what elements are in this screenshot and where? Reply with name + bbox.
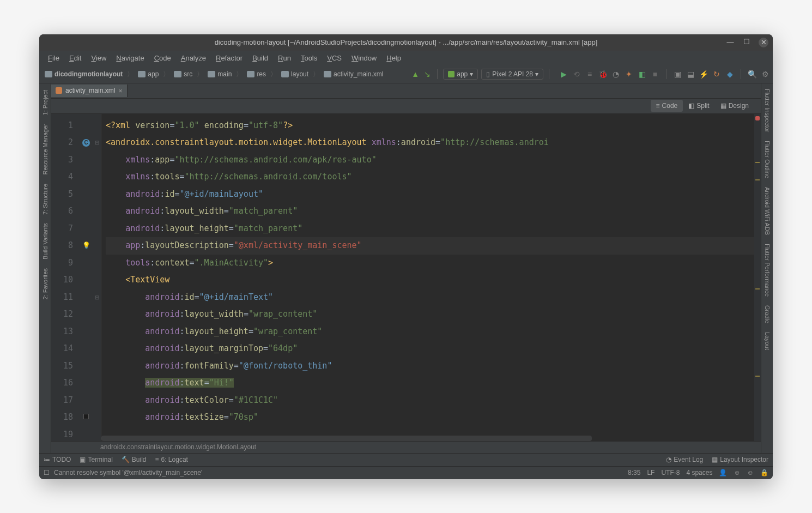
folder-icon	[45, 71, 52, 77]
menu-navigate[interactable]: Navigate	[112, 52, 148, 64]
menu-run[interactable]: Run	[274, 52, 295, 64]
tab-icon: 🔨	[122, 456, 130, 463]
cursor-position[interactable]: 8:35	[628, 469, 640, 476]
avd-manager-icon[interactable]: ▣	[673, 70, 682, 79]
tab-icon: ▣	[80, 456, 86, 463]
search-icon[interactable]: 🔍	[748, 70, 756, 79]
tool-build-variants[interactable]: Build Variants	[42, 223, 49, 259]
apply-changes-icon[interactable]: ⟲	[572, 70, 581, 79]
menu-vcs[interactable]: VCS	[323, 52, 346, 64]
editor-tab-activity-main[interactable]: activity_main.xml ×	[51, 85, 128, 97]
design-view-button[interactable]: ▦Design	[715, 100, 754, 112]
tool-layout[interactable]: Layout	[764, 332, 771, 350]
breadcrumb-app[interactable]: app	[136, 69, 161, 79]
reload-icon[interactable]: ↻	[712, 70, 721, 79]
run-button[interactable]: ▶	[559, 70, 568, 79]
code-text[interactable]: <?xml version="1.0" encoding="utf-8"?><a…	[101, 114, 754, 441]
devtools-icon[interactable]: ◆	[725, 70, 734, 79]
breadcrumb-activity-main-xml[interactable]: activity_main.xml	[322, 69, 385, 79]
warning-mark-icon[interactable]	[755, 179, 760, 180]
bottom-tab-build[interactable]: 🔨 Build	[122, 456, 147, 463]
chevron-right-icon: 〉	[163, 70, 169, 79]
menu-help[interactable]: Help	[382, 52, 405, 64]
tool-2--favorites[interactable]: 2: Favorites	[42, 268, 49, 299]
breadcrumb-main[interactable]: main	[205, 69, 234, 79]
bottom-tab-terminal[interactable]: ▣ Terminal	[80, 456, 112, 463]
breadcrumb-layout[interactable]: layout	[279, 69, 311, 79]
xml-file-icon	[56, 87, 62, 94]
bottom-tab-event-log[interactable]: ◔ Event Log	[666, 456, 703, 463]
menu-view[interactable]: View	[87, 52, 111, 64]
titlebar: dicoding-motion-layout [~/AndroidStudioP…	[39, 34, 773, 51]
run-config-selector[interactable]: app ▾	[443, 69, 478, 80]
run-configuration-area: ▲ ↘ app ▾ ▯ Pixel 2 API 28 ▾ ▶ ⟲ ≡ 🐞 ◔ ✦	[411, 69, 769, 80]
tool-7--structure[interactable]: 7: Structure	[42, 184, 49, 215]
horizontal-scrollbar[interactable]	[101, 436, 592, 441]
debug-button[interactable]: 🐞	[598, 70, 607, 79]
menubar: FileEditViewNavigateCodeAnalyzeRefactorB…	[39, 51, 773, 66]
apply-code-icon[interactable]: ≡	[585, 70, 594, 79]
menu-edit[interactable]: Edit	[65, 52, 86, 64]
warning-mark-icon[interactable]	[755, 376, 760, 377]
line-separator[interactable]: LF	[647, 469, 655, 476]
bottom-tab-layout-inspector[interactable]: ▦ Layout Inspector	[712, 456, 768, 463]
settings-icon[interactable]: ⚙	[761, 70, 769, 79]
fold-toggle-icon[interactable]: ⊟	[95, 134, 99, 152]
tool-resource-manager[interactable]: Resource Manager	[42, 124, 49, 175]
breadcrumb-dicodingmotionlayout[interactable]: dicodingmotionlayout	[43, 69, 125, 79]
tool-1--project[interactable]: 1: Project	[42, 90, 49, 115]
intention-bulb-icon[interactable]: 💡	[82, 242, 90, 249]
menu-window[interactable]: Window	[347, 52, 381, 64]
lock-icon[interactable]: 🔒	[760, 469, 768, 476]
device-selector[interactable]: ▯ Pixel 2 API 28 ▾	[481, 69, 543, 80]
inspection-icon[interactable]: 👤	[719, 469, 727, 476]
tool-flutter-inspector[interactable]: Flutter Inspector	[764, 89, 771, 132]
sync-icon[interactable]: ↘	[423, 70, 432, 79]
class-icon[interactable]: C	[82, 139, 90, 147]
attach-debugger-icon[interactable]: ✦	[625, 70, 633, 79]
bottom-tab-6--logcat[interactable]: ≡ 6: Logcat	[155, 456, 188, 463]
code-view-button[interactable]: ≡Code	[651, 100, 683, 112]
split-view-button[interactable]: ◧Split	[683, 100, 714, 112]
flutter-icon[interactable]: ⚡	[699, 70, 708, 79]
sdk-manager-icon[interactable]: ⬓	[686, 70, 695, 79]
stop-button[interactable]: ■	[651, 70, 659, 79]
profile-icon[interactable]: ◔	[611, 70, 620, 79]
tool-gradle[interactable]: Gradle	[764, 305, 771, 323]
minimize-button[interactable]: —	[726, 38, 735, 46]
menu-build[interactable]: Build	[248, 52, 272, 64]
face-icon-2[interactable]: ☺	[747, 469, 754, 476]
menu-code[interactable]: Code	[150, 52, 175, 64]
error-indicator-icon[interactable]	[755, 116, 760, 120]
fold-toggle-icon[interactable]: ⊟	[95, 289, 99, 306]
warning-mark-icon[interactable]	[755, 288, 760, 289]
tool-flutter-outline[interactable]: Flutter Outline	[764, 141, 771, 178]
tool-flutter-performance[interactable]: Flutter Performance	[764, 244, 771, 297]
breadcrumb-res[interactable]: res	[245, 69, 268, 79]
file-encoding[interactable]: UTF-8	[661, 469, 680, 476]
menu-tools[interactable]: Tools	[296, 52, 322, 64]
menu-refactor[interactable]: Refactor	[211, 52, 247, 64]
breadcrumb-src[interactable]: src	[172, 69, 195, 79]
tool-android-wifi-adb[interactable]: Android WiFi ADB	[764, 187, 771, 235]
face-icon[interactable]: ☺	[734, 469, 740, 476]
code-view-icon: ≡	[656, 102, 660, 110]
code-editor[interactable]: 12345678910111213141516171819 C 💡 ⊟⊟ <?x…	[51, 114, 761, 441]
code-breadcrumb[interactable]: androidx.constraintlayout.motion.widget.…	[51, 441, 761, 453]
warning-mark-icon[interactable]	[755, 162, 760, 163]
menu-analyze[interactable]: Analyze	[177, 52, 210, 64]
chevron-right-icon: 〉	[127, 70, 134, 79]
split-view-icon: ◧	[688, 102, 694, 110]
bottom-tab-todo[interactable]: ≔ TODO	[44, 456, 71, 463]
coverage-icon[interactable]: ◧	[638, 70, 646, 79]
folder-icon	[281, 71, 289, 77]
error-stripe[interactable]	[754, 114, 761, 441]
device-label: Pixel 2 API 28	[492, 70, 533, 78]
indent-setting[interactable]: 4 spaces	[686, 469, 712, 476]
menu-file[interactable]: File	[44, 52, 64, 64]
fold-gutter: ⊟⊟	[94, 114, 101, 441]
close-button[interactable]: ✕	[759, 38, 768, 47]
color-swatch-icon[interactable]	[83, 414, 89, 419]
maximize-button[interactable]: ☐	[742, 38, 751, 46]
close-tab-icon[interactable]: ×	[118, 87, 123, 95]
